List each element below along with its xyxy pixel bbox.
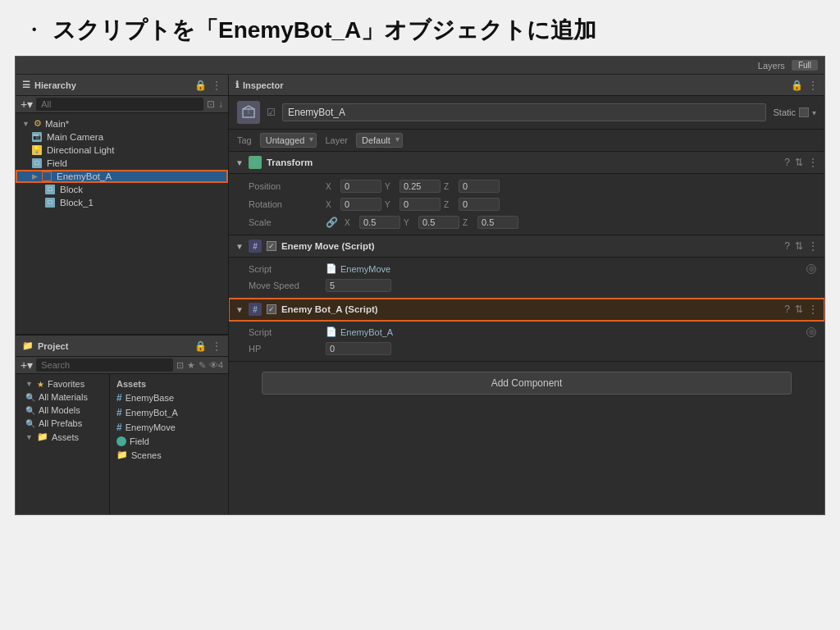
project-fav-models[interactable]: 🔍 All Models	[16, 404, 109, 417]
fav-models-icon: 🔍	[25, 406, 35, 415]
project-title: 📁 Project	[22, 340, 68, 351]
move-speed-input[interactable]	[326, 279, 391, 292]
enemy-bot-checkbox[interactable]	[267, 304, 276, 314]
position-row: Position X Y Z	[229, 177, 824, 195]
hierarchy-item-directional-light[interactable]: 💡 Directional Light	[16, 144, 228, 157]
star-icon: ★	[37, 380, 44, 389]
settings-icon-3[interactable]: ⇅	[795, 304, 803, 315]
inspector-title: ℹ Inspector	[235, 80, 284, 90]
project-fav-prefabs[interactable]: 🔍 All Prefabs	[16, 417, 109, 430]
help-icon[interactable]: ?	[784, 157, 790, 168]
hierarchy-item-block-1[interactable]: □ Block_1	[16, 196, 228, 209]
hierarchy-item-enemybot-a[interactable]: ▶ EnemyBot_A	[16, 170, 228, 183]
object-active-checkbox[interactable]: ☑	[267, 107, 276, 118]
enemy-bot-script-value: 📄 EnemyBot_A	[326, 326, 803, 337]
rotation-z-input[interactable]	[459, 198, 500, 211]
inspector-lock-icon[interactable]: 🔒	[791, 80, 803, 91]
hierarchy-search-input[interactable]	[36, 98, 203, 111]
inspector-kebab-icon[interactable]: ⋮	[808, 80, 818, 91]
scale-y-input[interactable]	[418, 216, 459, 229]
scale-x-input[interactable]	[359, 216, 400, 229]
asset-scenes[interactable]: 📁 Scenes	[110, 448, 228, 462]
hierarchy-item-main-camera[interactable]: 📷 Main Camera	[16, 130, 228, 144]
project-favorites-header[interactable]: ▼ ★ Favorites	[16, 377, 109, 390]
project-search-input[interactable]	[36, 358, 173, 372]
project-kebab-icon[interactable]: ⋮	[212, 340, 221, 352]
enemy-bot-arrow: ▼	[235, 305, 244, 314]
scale-z-input[interactable]	[477, 216, 518, 229]
kebab-icon[interactable]: ⋮	[212, 80, 221, 91]
position-z-input[interactable]	[459, 180, 500, 193]
hierarchy-item-block[interactable]: □ Block	[16, 183, 228, 196]
scene-icon: ⚙	[34, 118, 42, 129]
hierarchy-add-button[interactable]: +▾	[21, 98, 33, 111]
static-dropdown-arrow[interactable]: ▾	[812, 108, 816, 117]
project-add-button[interactable]: +▾	[21, 358, 33, 372]
transform-component-header[interactable]: ▼ Transform ? ⇅ ⋮	[229, 152, 824, 174]
inspector-header: ℹ Inspector 🔒 ⋮	[229, 75, 824, 96]
add-component-button[interactable]: Add Component	[262, 372, 792, 395]
asset-field[interactable]: Field	[110, 435, 228, 448]
position-values: X Y Z	[326, 180, 816, 193]
more-icon[interactable]: ⋮	[808, 157, 818, 168]
asset-enemy-base[interactable]: # EnemyBase	[110, 390, 228, 405]
ry-axis-label: Y	[385, 200, 396, 209]
object-name-input[interactable]	[282, 103, 766, 121]
script-target-icon[interactable]: ◎	[806, 264, 816, 274]
inspector-info-icon: ℹ	[235, 80, 239, 90]
transform-expand-arrow: ▼	[235, 158, 244, 167]
asset-enemybot-a[interactable]: # EnemyBot_A	[110, 405, 228, 420]
rotation-x-input[interactable]	[340, 198, 381, 211]
expand-arrow: ▶	[32, 172, 38, 180]
position-label: Position	[249, 181, 322, 191]
hp-row: HP	[229, 340, 824, 358]
hierarchy-item-main[interactable]: ▼ ⚙ Main*	[16, 116, 228, 130]
layout-button[interactable]: Full	[792, 60, 818, 71]
layer-dropdown[interactable]: Default	[356, 133, 403, 148]
camera-icon: 📷	[32, 132, 42, 142]
help-icon-3[interactable]: ?	[784, 304, 790, 315]
settings-icon[interactable]: ⇅	[795, 157, 803, 168]
scale-label: Scale	[249, 217, 322, 227]
asset-enemy-move[interactable]: # EnemyMove	[110, 420, 228, 435]
proj-icon-4: 👁4	[209, 360, 223, 370]
script-file-icon: 📄	[326, 263, 337, 274]
rotation-y-input[interactable]	[399, 198, 441, 211]
enemy-bot-help-icons: ? ⇅ ⋮	[784, 304, 818, 315]
sz-axis-label: Z	[463, 218, 474, 227]
hierarchy-item-label: Field	[47, 158, 67, 168]
enemy-bot-target-icon[interactable]: ◎	[806, 327, 816, 337]
enemy-move-component-header[interactable]: ▼ # Enemy Move (Script) ? ⇅ ⋮	[229, 235, 824, 258]
x-axis-label: X	[326, 182, 337, 191]
position-y-input[interactable]	[399, 180, 441, 193]
enemy-bot-component-header[interactable]: ▼ # Enemy Bot_A (Script) ? ⇅ ⋮	[229, 299, 824, 321]
project-sub-item[interactable]	[16, 444, 109, 447]
more-icon-2[interactable]: ⋮	[808, 240, 818, 252]
project-assets-header[interactable]: ▼ 📁 Assets	[16, 430, 109, 444]
z-axis-label: Z	[444, 182, 455, 191]
hierarchy-item-field[interactable]: □ Field	[16, 157, 228, 170]
move-speed-value-container	[326, 279, 816, 292]
more-icon-3[interactable]: ⋮	[808, 304, 818, 315]
tag-dropdown[interactable]: Untagged	[260, 133, 317, 148]
proj-icon-3: ✎	[199, 360, 206, 371]
enemy-move-body: Script 📄 EnemyMove ◎ Move Speed	[229, 258, 824, 299]
layers-label: Layers	[758, 61, 785, 71]
move-speed-label: Move Speed	[249, 281, 322, 290]
hierarchy-title: ☰ Hierarchy	[22, 80, 76, 90]
hp-input[interactable]	[326, 342, 391, 355]
hierarchy-icons: 🔒 ⋮	[194, 80, 221, 91]
move-speed-row: Move Speed	[229, 276, 824, 294]
help-icon-2[interactable]: ?	[784, 240, 790, 252]
object-header: ☑ Static ▾	[229, 96, 824, 130]
hierarchy-item-label: Main*	[45, 119, 69, 129]
hp-label: HP	[249, 344, 322, 354]
enemy-move-checkbox[interactable]	[267, 241, 276, 251]
static-checkbox[interactable]	[799, 107, 809, 117]
unity-editor-window: Layers Full ☰ Hierarchy 🔒 ⋮ +▾	[15, 56, 825, 515]
position-x-input[interactable]	[340, 180, 381, 193]
settings-icon-2[interactable]: ⇅	[795, 240, 803, 252]
lock-icon[interactable]: 🔒	[194, 80, 207, 91]
project-lock-icon[interactable]: 🔒	[194, 340, 207, 352]
project-fav-materials[interactable]: 🔍 All Materials	[16, 390, 109, 404]
